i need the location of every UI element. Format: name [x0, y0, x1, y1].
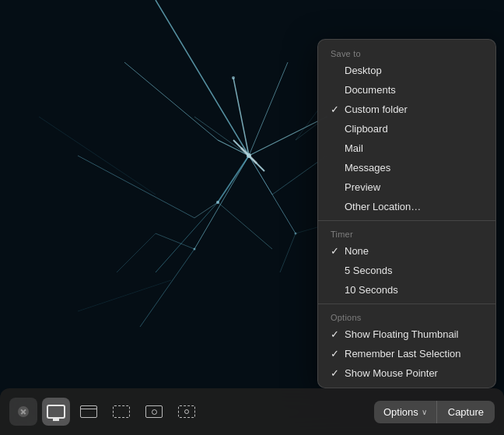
menu-item-desktop[interactable]: Desktop [318, 61, 495, 80]
checkmark-mail [331, 142, 345, 154]
checkmark-messages [331, 162, 345, 174]
custom-folder-label: Custom folder [345, 103, 483, 115]
menu-item-remember-last-selection[interactable]: ✓ Remember Last Selection [318, 344, 495, 363]
full-screen-button[interactable] [42, 398, 70, 426]
divider-2 [318, 303, 495, 304]
menu-item-messages[interactable]: Messages [318, 158, 495, 177]
documents-label: Documents [345, 84, 483, 96]
selection-icon [113, 405, 130, 418]
selection-record-icon [178, 405, 195, 418]
menu-item-show-mouse-pointer[interactable]: ✓ Show Mouse Pointer [318, 363, 495, 383]
selection-record-dot [184, 409, 189, 414]
checkmark-none: ✓ [331, 245, 345, 257]
menu-item-none[interactable]: ✓ None [318, 241, 495, 261]
toolbar: Options ∨ Capture [0, 388, 504, 435]
divider-1 [318, 220, 495, 221]
toolbar-left [9, 398, 201, 426]
checkmark-remember-last-selection: ✓ [331, 348, 345, 360]
svg-point-30 [194, 248, 196, 251]
dropdown-menu: Save to Desktop Documents ✓ Custom folde… [317, 39, 496, 388]
selection-button[interactable] [107, 398, 135, 426]
preview-label: Preview [345, 181, 483, 193]
checkmark-custom-folder: ✓ [331, 103, 345, 115]
mail-label: Mail [345, 142, 483, 154]
desktop-label: Desktop [345, 65, 483, 76]
checkmark-documents [331, 84, 345, 96]
5-seconds-label: 5 Seconds [345, 265, 483, 276]
menu-item-mail[interactable]: Mail [318, 139, 495, 158]
record-dot [152, 409, 157, 415]
chevron-down-icon: ∨ [422, 408, 427, 416]
close-icon [18, 406, 29, 417]
checkmark-5-seconds [331, 265, 345, 276]
10-seconds-label: 10 Seconds [345, 284, 483, 296]
show-floating-thumbnail-label: Show Floating Thumbnail [345, 328, 483, 340]
options-label: Options [383, 406, 418, 418]
full-screen-icon [47, 405, 65, 419]
menu-item-other-location[interactable]: Other Location… [318, 197, 495, 216]
svg-point-29 [216, 201, 219, 204]
svg-point-31 [295, 233, 297, 235]
checkmark-10-seconds [331, 284, 345, 296]
screen-record-button[interactable] [140, 398, 168, 426]
options-button[interactable]: Options ∨ [374, 401, 436, 423]
svg-point-32 [232, 76, 235, 79]
show-mouse-pointer-label: Show Mouse Pointer [345, 367, 483, 379]
menu-item-show-floating-thumbnail[interactable]: ✓ Show Floating Thumbnail [318, 324, 495, 344]
clipboard-label: Clipboard [345, 123, 483, 135]
svg-point-28 [247, 153, 251, 158]
toolbar-right: Options ∨ Capture [374, 401, 495, 423]
screen-record-icon [145, 405, 163, 418]
timer-header: Timer [318, 225, 495, 241]
options-header: Options [318, 308, 495, 324]
checkmark-show-floating-thumbnail: ✓ [331, 328, 345, 340]
window-icon [80, 405, 97, 418]
window-button[interactable] [75, 398, 103, 426]
checkmark-other-location [331, 201, 345, 212]
save-to-header: Save to [318, 44, 495, 61]
menu-item-5-seconds[interactable]: 5 Seconds [318, 261, 495, 280]
capture-label: Capture [448, 406, 484, 418]
remember-last-selection-label: Remember Last Selection [345, 348, 483, 360]
menu-item-clipboard[interactable]: Clipboard [318, 119, 495, 139]
selection-record-button[interactable] [173, 398, 201, 426]
messages-label: Messages [345, 162, 483, 174]
checkmark-show-mouse-pointer: ✓ [331, 367, 345, 379]
menu-item-documents[interactable]: Documents [318, 80, 495, 100]
capture-button[interactable]: Capture [436, 401, 495, 423]
other-location-label: Other Location… [345, 201, 483, 212]
close-button[interactable] [9, 398, 37, 426]
checkmark-preview [331, 181, 345, 193]
checkmark-desktop [331, 65, 345, 76]
menu-item-preview[interactable]: Preview [318, 177, 495, 197]
none-label: None [345, 245, 483, 257]
menu-item-10-seconds[interactable]: 10 Seconds [318, 280, 495, 300]
menu-item-custom-folder[interactable]: ✓ Custom folder [318, 100, 495, 119]
checkmark-clipboard [331, 123, 345, 135]
